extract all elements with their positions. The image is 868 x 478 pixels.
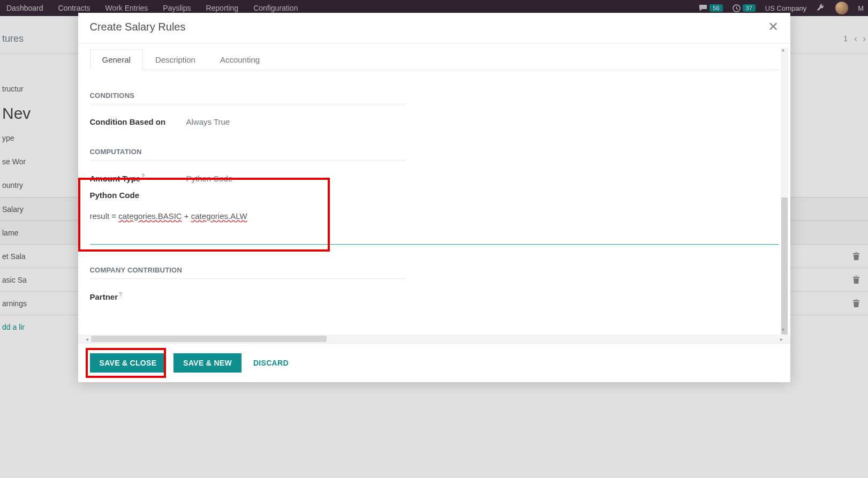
section-company-contribution: COMPANY CONTRIBUTION: [90, 266, 406, 279]
code-seg2: categories.ALW: [191, 211, 247, 221]
discard-button[interactable]: DISCARD: [249, 353, 293, 373]
field-amount-type: Amount Type? Python Code: [90, 173, 779, 183]
field-partner: Partner?: [90, 292, 779, 301]
tab-description[interactable]: Description: [143, 49, 208, 70]
tabs: General Description Accounting: [90, 49, 779, 70]
code-prefix: result =: [90, 211, 119, 221]
scroll-thumb-h[interactable]: [91, 336, 327, 342]
modal-footer: SAVE & CLOSE SAVE & NEW DISCARD: [78, 343, 790, 382]
section-conditions: CONDITIONS: [90, 92, 406, 104]
label-partner: Partner?: [90, 292, 186, 301]
value-amount-type[interactable]: Python Code: [186, 174, 233, 183]
section-computation: COMPUTATION: [90, 148, 406, 161]
close-icon[interactable]: ✕: [768, 20, 779, 33]
modal-overlay: Create Salary Rules ✕ General Descriptio…: [0, 0, 868, 478]
label-condition-based-on: Condition Based on: [90, 117, 186, 126]
modal-header: Create Salary Rules ✕: [78, 13, 790, 43]
tab-accounting[interactable]: Accounting: [208, 49, 272, 70]
field-python-code-label: Python Code: [90, 191, 779, 200]
modal-body: General Description Accounting CONDITION…: [78, 43, 790, 335]
teal-divider: [90, 244, 779, 245]
help-icon[interactable]: ?: [119, 292, 122, 298]
save-close-button[interactable]: SAVE & CLOSE: [90, 353, 167, 373]
scroll-thumb[interactable]: [781, 198, 788, 335]
field-condition-based-on: Condition Based on Always True: [90, 117, 779, 126]
horizontal-scrollbar[interactable]: ◂ ▸: [78, 335, 790, 343]
save-new-button[interactable]: SAVE & NEW: [173, 353, 241, 373]
scroll-right-icon[interactable]: ▸: [780, 336, 783, 342]
modal-title: Create Salary Rules: [90, 21, 186, 33]
tab-general[interactable]: General: [90, 49, 143, 70]
vertical-scrollbar[interactable]: ▴ ▾: [781, 48, 788, 331]
code-seg1: categories.BASIC: [118, 211, 182, 221]
value-condition-based-on[interactable]: Always True: [186, 117, 230, 126]
create-salary-rules-modal: Create Salary Rules ✕ General Descriptio…: [78, 13, 790, 382]
label-amount-type: Amount Type?: [90, 173, 186, 183]
python-code-input[interactable]: result = categories.BASIC + categories.A…: [90, 211, 779, 221]
help-icon[interactable]: ?: [141, 173, 145, 179]
scroll-left-icon[interactable]: ◂: [86, 336, 88, 342]
scroll-down-icon[interactable]: ▾: [782, 327, 784, 332]
code-plus: +: [182, 211, 191, 221]
label-python-code: Python Code: [90, 191, 186, 200]
scroll-up-icon[interactable]: ▴: [782, 47, 784, 52]
